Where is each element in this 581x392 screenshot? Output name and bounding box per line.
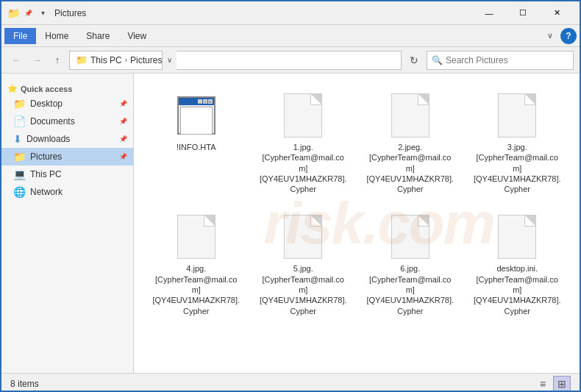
- file-name-info-hta: !INFO.HTA: [177, 142, 216, 152]
- window-controls: — ☐ ✕: [472, 1, 574, 25]
- file-item-5jpg[interactable]: 5.jpg.[CypherTeam@mail.com][QY4EUV1MHAZK…: [253, 207, 354, 322]
- search-input[interactable]: [446, 55, 563, 65]
- folder-breadcrumb-icon: 📁: [76, 54, 88, 65]
- file-name-2jpeg: 2.jpeg.[CypherTeam@mail.com][QY4EUV1MHAZ…: [366, 142, 455, 194]
- file-area: risk.com _ □ ✕ !INFO.HTA: [134, 74, 580, 373]
- folder-desktop-icon: 📁: [13, 98, 26, 110]
- title-bar: 📁 📌 ▾ Pictures — ☐ ✕: [1, 1, 580, 25]
- sidebar-item-downloads[interactable]: ⬇ Downloads 📌: [1, 130, 133, 148]
- quick-access-header: ⭐ Quick access: [1, 79, 133, 95]
- help-button[interactable]: ?: [560, 28, 577, 44]
- menu-share[interactable]: Share: [77, 28, 118, 44]
- pin-icon: 📌: [22, 7, 34, 19]
- close-button[interactable]: ✕: [540, 1, 574, 25]
- breadcrumb: 📁 This PC › Pictures: [76, 54, 162, 65]
- breadcrumb-thispc: This PC: [90, 55, 122, 65]
- file-item-2jpeg[interactable]: 2.jpeg.[CypherTeam@mail.com][QY4EUV1MHAZ…: [360, 85, 461, 201]
- file-name-deskini: desktop.ini.[CypherTeam@mail.com][QY4EUV…: [474, 263, 562, 316]
- file-name-6jpg: 6.jpg.[CypherTeam@mail.com][QY4EUV1MHAZK…: [366, 263, 455, 316]
- folder-icon: 📁: [7, 7, 19, 19]
- icon-view-button[interactable]: ⊞: [553, 376, 571, 392]
- doc-file-icon-2: [387, 92, 434, 139]
- address-bar: ← → ↑ 📁 This PC › Pictures ∨ ↻ 🔍: [1, 47, 580, 74]
- refresh-button[interactable]: ↻: [404, 51, 424, 70]
- sidebar-item-desktop[interactable]: 📁 Desktop 📌: [1, 95, 133, 113]
- file-name-1jpg: 1.jpg.[CypherTeam@mail.com][QY4EUV1MHAZK…: [260, 142, 348, 194]
- sidebar: ⭐ Quick access 📁 Desktop 📌 📄 Documents 📌…: [1, 74, 134, 373]
- file-item-4jpg[interactable]: 4.jpg.[CypherTeam@mail.com][QY4EUV1MHAZK…: [146, 207, 247, 322]
- forward-button[interactable]: →: [28, 51, 46, 69]
- minimize-button[interactable]: —: [472, 1, 506, 25]
- pin-icon4: 📌: [119, 153, 127, 160]
- breadcrumb-sep1: ›: [125, 56, 127, 64]
- pin-icon3: 📌: [119, 135, 127, 143]
- sidebar-item-pictures[interactable]: 📁 Pictures 📌: [1, 148, 133, 165]
- maximize-button[interactable]: ☐: [506, 1, 540, 25]
- file-name-3jpg: 3.jpg.[CypherTeam@mail.com][QY4EUV1MHAZK…: [474, 142, 562, 194]
- menu-home[interactable]: Home: [36, 28, 77, 44]
- file-grid: _ □ ✕ !INFO.HTA 1.jpg.[CypherTeam@mail.c…: [140, 79, 574, 329]
- hta-file-icon: _ □ ✕: [173, 92, 220, 139]
- menu-bar: File Home Share View ∨ ?: [1, 25, 580, 47]
- search-box[interactable]: 🔍: [427, 51, 574, 70]
- status-bar-right: ≡ ⊞: [534, 376, 571, 392]
- dropdown-arrow-icon: ▾: [37, 7, 49, 19]
- up-button[interactable]: ↑: [49, 51, 66, 69]
- file-item-3jpg[interactable]: 3.jpg.[CypherTeam@mail.com][QY4EUV1MHAZK…: [467, 85, 568, 201]
- doc-file-icon-4: [173, 213, 220, 260]
- star-icon: ⭐: [7, 84, 18, 93]
- search-icon: 🔍: [432, 55, 443, 65]
- menu-chevron-icon[interactable]: ∨: [543, 31, 557, 40]
- menu-view[interactable]: View: [118, 28, 155, 44]
- menu-bar-right: ∨ ?: [543, 28, 577, 44]
- doc-file-icon-6: [387, 213, 434, 260]
- doc-file-icon-5: [279, 213, 327, 260]
- folder-documents-icon: 📄: [13, 115, 26, 127]
- doc-file-icon-3: [493, 92, 541, 139]
- list-view-button[interactable]: ≡: [534, 376, 552, 392]
- main-content: ⭐ Quick access 📁 Desktop 📌 📄 Documents 📌…: [1, 74, 580, 373]
- file-name-4jpg: 4.jpg.[CypherTeam@mail.com][QY4EUV1MHAZK…: [152, 263, 240, 316]
- sidebar-item-network[interactable]: 🌐 Network: [1, 183, 133, 201]
- breadcrumb-pictures: Pictures: [130, 55, 162, 65]
- status-bar: 8 items ≡ ⊞: [1, 373, 580, 392]
- item-count: 8 items: [10, 379, 39, 389]
- sidebar-item-documents[interactable]: 📄 Documents 📌: [1, 113, 133, 130]
- address-dropdown-button[interactable]: ∨: [162, 51, 177, 70]
- doc-file-icon-1: [279, 92, 327, 139]
- pin-icon: 📌: [119, 100, 127, 107]
- folder-pictures-icon: 📁: [13, 151, 26, 163]
- pc-icon: 💻: [13, 168, 26, 180]
- sidebar-item-thispc[interactable]: 💻 This PC: [1, 165, 133, 183]
- file-name-5jpg: 5.jpg.[CypherTeam@mail.com][QY4EUV1MHAZK…: [260, 263, 348, 316]
- menu-file[interactable]: File: [4, 28, 36, 44]
- file-item-deskini[interactable]: desktop.ini.[CypherTeam@mail.com][QY4EUV…: [467, 207, 568, 322]
- network-icon: 🌐: [13, 186, 26, 198]
- doc-file-icon-7: [493, 213, 541, 260]
- title-bar-icons: 📁 📌 ▾: [7, 7, 49, 19]
- file-item-6jpg[interactable]: 6.jpg.[CypherTeam@mail.com][QY4EUV1MHAZK…: [360, 207, 461, 322]
- back-button[interactable]: ←: [7, 51, 25, 69]
- file-item-info-hta[interactable]: _ □ ✕ !INFO.HTA: [146, 85, 247, 201]
- address-input[interactable]: 📁 This PC › Pictures ∨: [69, 51, 402, 70]
- file-item-1jpg[interactable]: 1.jpg.[CypherTeam@mail.com][QY4EUV1MHAZK…: [253, 85, 354, 201]
- folder-downloads-icon: ⬇: [13, 133, 22, 145]
- pin-icon2: 📌: [119, 118, 127, 125]
- window-title: Pictures: [54, 8, 472, 18]
